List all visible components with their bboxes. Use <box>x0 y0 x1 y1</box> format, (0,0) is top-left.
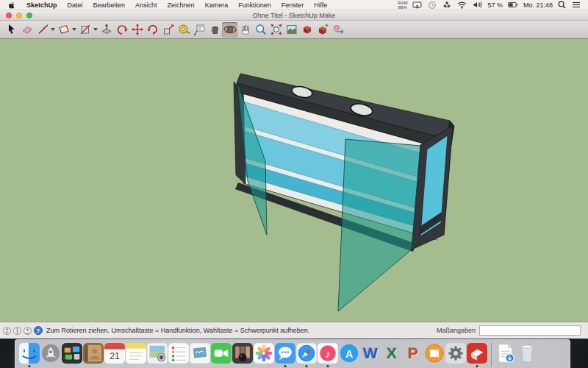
select-tool-icon[interactable] <box>4 22 19 38</box>
running-indicator <box>327 365 329 367</box>
menu-app-name[interactable]: SketchUp <box>21 0 62 10</box>
follow-me-tool-icon[interactable] <box>114 22 129 38</box>
menu-ansicht[interactable]: Ansicht <box>130 0 162 10</box>
glyph <box>331 23 345 36</box>
status-bar: ? Zum Rotieren ziehen. Umschalttaste = H… <box>0 322 588 339</box>
glyph <box>270 23 283 36</box>
glyph <box>296 343 317 364</box>
text-tool-icon[interactable] <box>191 22 207 38</box>
notification-center-icon[interactable] <box>569 0 584 10</box>
dock-finder-icon[interactable] <box>19 343 40 364</box>
dock-photo-booth-icon[interactable] <box>232 343 253 364</box>
dock-calendar-icon[interactable]: 21 <box>104 343 125 364</box>
eraser-tool-icon[interactable] <box>19 22 35 38</box>
display-icon[interactable] <box>409 0 425 10</box>
scale-tool-icon[interactable] <box>160 22 176 38</box>
dock-ibooks-icon[interactable] <box>424 343 445 364</box>
styles-tool-icon[interactable] <box>284 22 299 38</box>
rotated-rectangle-tool-dropdown[interactable] <box>93 22 98 38</box>
menu-funktionen[interactable]: Funktionen <box>233 0 276 10</box>
dock-word-icon[interactable]: W <box>360 343 381 364</box>
orbit-tool-icon[interactable] <box>222 22 237 38</box>
move-tool-icon[interactable] <box>129 22 145 38</box>
share-model-tool-icon[interactable] <box>315 22 330 38</box>
pan-tool-icon[interactable] <box>237 22 253 38</box>
dock-facetime-icon[interactable] <box>211 343 232 364</box>
menu-bearbeiten[interactable]: Bearbeiten <box>88 0 131 10</box>
apple-menu[interactable] <box>0 1 21 10</box>
measurements-input[interactable] <box>479 325 581 336</box>
dock-contacts-icon[interactable] <box>83 343 104 364</box>
battery-icon[interactable] <box>505 0 521 10</box>
window-title-bar[interactable]: Ohne Titel - SketchUp Make <box>0 10 588 21</box>
dock-sketchup-icon[interactable] <box>467 343 487 364</box>
glyph <box>211 343 232 364</box>
glyph <box>254 343 274 364</box>
menu-zeichnen[interactable]: Zeichnen <box>162 0 200 10</box>
fan-icon[interactable] <box>440 0 454 10</box>
dock-itunes-icon[interactable]: ♪ <box>318 343 338 364</box>
dock-downloads-icon[interactable] <box>495 343 516 364</box>
dock-trash-icon[interactable] <box>517 343 537 364</box>
time-machine-icon[interactable] <box>425 0 440 10</box>
window-title: Ohne Titel - SketchUp Make <box>0 12 588 19</box>
credits-icon[interactable] <box>13 327 21 335</box>
push-pull-tool-icon[interactable] <box>98 22 114 38</box>
glyph <box>193 23 206 36</box>
menu-bar: SketchUp Datei Bearbeiten Ansicht Zeichn… <box>0 0 588 10</box>
dock-photos-icon[interactable] <box>254 343 274 364</box>
rotate-tool-icon[interactable] <box>145 22 160 38</box>
dock-iphoto-icon[interactable] <box>147 343 168 364</box>
running-indicator <box>476 365 478 367</box>
help-icon[interactable]: ? <box>34 326 43 335</box>
dock-messages-icon[interactable] <box>275 343 295 364</box>
glyph <box>57 23 71 36</box>
get-models-tool-icon[interactable] <box>299 22 315 38</box>
wifi-icon[interactable] <box>454 0 470 10</box>
zoom-extents-tool-icon[interactable] <box>268 22 284 38</box>
volume-icon[interactable] <box>470 0 485 10</box>
dock-powerpoint-icon[interactable]: P <box>403 343 423 364</box>
share-tool-icon[interactable] <box>330 22 345 38</box>
menu-datei[interactable]: Datei <box>62 0 88 10</box>
tape-measure-tool-icon[interactable] <box>176 22 191 38</box>
geolocation-icon[interactable] <box>3 327 11 335</box>
zoom-tool-icon[interactable] <box>253 22 268 38</box>
apple-icon <box>7 1 15 10</box>
model-3d[interactable] <box>0 39 588 322</box>
account-icon[interactable] <box>24 327 32 335</box>
menu-hilfe[interactable]: Hilfe <box>309 0 332 10</box>
glyph <box>223 23 237 36</box>
rotated-rectangle-tool-icon[interactable] <box>77 22 93 38</box>
dock-excel-icon[interactable]: X <box>381 343 402 364</box>
dock-reminders-icon[interactable] <box>168 343 189 364</box>
glyph <box>208 23 221 36</box>
glyph: 21 <box>104 343 125 364</box>
paint-bucket-tool-icon[interactable] <box>207 22 222 38</box>
dock-mission-control-icon[interactable] <box>62 343 82 364</box>
line-tool-dropdown[interactable] <box>50 22 55 38</box>
line-tool-icon[interactable] <box>35 22 50 38</box>
shapes-tool-icon[interactable] <box>56 22 71 38</box>
dock-launchpad-icon[interactable] <box>40 343 61 364</box>
running-indicator <box>284 365 287 367</box>
glyph <box>115 23 129 36</box>
dock-safari-icon[interactable] <box>296 343 317 364</box>
glyph <box>316 23 329 36</box>
ram-indicator[interactable]: RAM 88% <box>395 1 409 10</box>
spotlight-icon[interactable] <box>555 0 569 10</box>
glyph: A <box>339 343 359 364</box>
glyph <box>285 23 298 36</box>
menu-fenster[interactable]: Fenster <box>276 0 309 10</box>
viewport-canvas[interactable] <box>0 39 588 322</box>
glyph <box>457 1 467 9</box>
menu-clock[interactable]: Mo. 21:48 <box>521 1 555 9</box>
battery-percent: 57 % <box>485 1 505 9</box>
glyph <box>508 1 518 9</box>
dock-system-preferences-icon[interactable] <box>445 343 466 364</box>
menu-kamera[interactable]: Kamera <box>200 0 234 10</box>
dock-preview-icon[interactable] <box>190 343 210 364</box>
dock-app-store-icon[interactable]: A <box>339 343 359 364</box>
dock-notes-icon[interactable] <box>126 343 146 364</box>
shapes-tool-dropdown[interactable] <box>71 22 76 38</box>
